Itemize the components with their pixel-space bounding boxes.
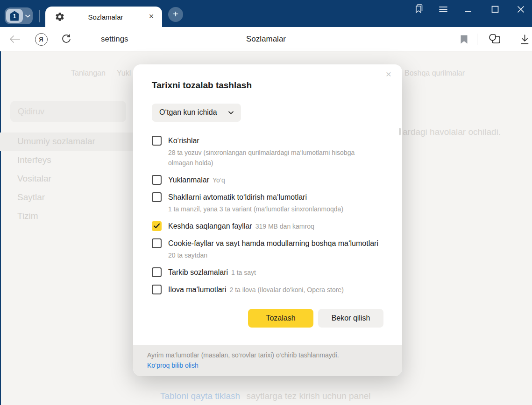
clear-item-cookie[interactable]: Cookie-fayllar va sayt hamda modullarnin…: [152, 238, 383, 260]
address-toolbar: Я Y settings Sozlamalar: [0, 27, 532, 51]
clear-item-label: Ko‘rishlar: [168, 137, 199, 145]
window-close-icon[interactable]: [514, 3, 527, 16]
clear-item-label: Ilova ma‘lumotlari: [168, 286, 226, 293]
yandex-logo-icon[interactable]: Я: [34, 27, 49, 51]
checkbox[interactable]: [152, 285, 162, 294]
chevron-down-icon: [228, 111, 234, 114]
settings-search-input[interactable]: Qidiruv: [10, 101, 126, 122]
clear-item-subtext: 1 ta manzil, yana 3 ta variant (ma‘lumot…: [168, 204, 371, 214]
tab-counter-chip: 1: [6, 9, 23, 23]
dialog-close-icon[interactable]: ×: [383, 68, 395, 80]
sidebar-item-umumiy-sozlamalar[interactable]: Umumiy sozlamalar: [17, 136, 95, 147]
checkbox[interactable]: [152, 221, 162, 231]
omnibox-page-title: Sozlamalar: [0, 27, 532, 51]
bookmark-panels-icon[interactable]: [412, 3, 425, 16]
clear-item-detail: 1 ta sayt: [231, 269, 256, 276]
settings-top-tab-yuklanmalar[interactable]: Yukl: [117, 69, 131, 77]
clear-item-detail: Yo‘q: [213, 176, 225, 184]
dialog-buttons: Tozalash Bekor qilish: [152, 309, 383, 328]
clear-items-list: Ko‘rishlar 28 ta yozuv (sinxronlangan qu…: [152, 136, 383, 295]
period-select[interactable]: O‘tgan kun ichida: [152, 104, 241, 122]
footer-note: Ayrim ma‘lumotlar (masalan, so‘rovlar ta…: [147, 350, 388, 360]
clear-item-kesh[interactable]: Keshda saqlangan fayllar319 MB dan kamro…: [152, 221, 383, 231]
browser-window: 1 Sozlamalar × +: [0, 0, 532, 405]
learn-more-link[interactable]: Ko‘proq bilib olish: [147, 362, 199, 369]
clear-item-subtext: 28 ta yozuv (sinxronlangan qurilmalardag…: [168, 147, 371, 168]
chevron-down-icon[interactable]: [23, 14, 33, 18]
checkbox[interactable]: [152, 238, 162, 248]
dialog-footer: Ayrim ma‘lumotlar (masalan, so‘rovlar ta…: [133, 345, 402, 376]
checkbox[interactable]: [152, 192, 162, 202]
clear-item-label: Cookie-fayllar va sayt hamda modullarnin…: [168, 239, 378, 247]
reset-tableau-link[interactable]: Tabloni qayta tiklash: [160, 391, 240, 401]
collections-icon[interactable]: [486, 27, 503, 51]
sidebar-item-interfeys[interactable]: Interfeys: [17, 155, 51, 165]
toolbar-divider: [477, 34, 477, 45]
window-edge: [0, 51, 1, 405]
tab-strip: 1 Sozlamalar × +: [0, 0, 532, 27]
clear-item-ilova[interactable]: Ilova ma‘lumotlari2 ta ilova (Ilovalar d…: [152, 285, 383, 295]
sidebar-item-saytlar[interactable]: Saytlar: [17, 192, 45, 202]
dialog-scrollbar-thumb[interactable]: [399, 128, 401, 135]
clear-item-shakllar[interactable]: Shakllarni avtomatik to‘ldirish ma‘lumot…: [152, 192, 383, 214]
clear-button[interactable]: Tozalash: [248, 309, 313, 328]
checkbox[interactable]: [152, 136, 162, 146]
clear-item-tarkib[interactable]: Tarkib sozlamalari1 ta sayt: [152, 267, 383, 278]
new-tab-button[interactable]: +: [168, 7, 183, 22]
sidebar-item-tizim[interactable]: Tizim: [17, 211, 38, 221]
address-input[interactable]: settings: [101, 27, 128, 51]
sidebar-item-vositalar[interactable]: Vositalar: [17, 174, 51, 184]
clear-item-label: Shakllarni avtomatik to‘ldirish ma‘lumot…: [168, 193, 307, 201]
menu-icon[interactable]: [437, 3, 450, 16]
bookmark-icon[interactable]: [457, 27, 471, 51]
tab-title: Sozlamalar: [65, 13, 146, 21]
clear-item-label: Yuklanmalar: [168, 176, 209, 184]
clear-item-yuklanmalar[interactable]: YuklanmalarYo‘q: [152, 175, 383, 185]
tabstrip-divider: [39, 10, 40, 22]
yandex-letter: Я: [39, 36, 43, 43]
clear-item-label: Keshda saqlangan fayllar: [168, 222, 252, 230]
clear-item-korishlar[interactable]: Ko‘rishlar 28 ta yozuv (sinxronlangan qu…: [152, 136, 383, 168]
settings-partial-text: ardagi havolalar ochiladi.: [403, 127, 501, 137]
clear-item-subtext: 20 ta saytdan: [168, 250, 371, 260]
gear-icon: [55, 12, 65, 22]
minimize-icon[interactable]: [461, 3, 475, 16]
settings-top-tab-boshqa-qurilmalar[interactable]: Boshqa qurilmalar: [404, 69, 465, 77]
tab-count-badge: 1: [10, 11, 19, 21]
tab-sozlamalar[interactable]: Sozlamalar ×: [45, 7, 162, 27]
clear-item-label: Tarkib sozlamalari: [168, 268, 228, 276]
period-select-value: O‘tgan kun ichida: [159, 108, 217, 117]
tab-close-icon[interactable]: ×: [146, 12, 156, 22]
clear-item-detail: 2 ta ilova (Ilovalar do‘koni, Opera stor…: [229, 286, 343, 293]
clear-history-dialog: × Tarixni tozalab tashlash O‘tgan kun ic…: [133, 64, 402, 376]
maximize-icon[interactable]: [489, 3, 502, 16]
settings-top-tab-tanlangan[interactable]: Tanlangan: [71, 69, 106, 77]
cancel-button[interactable]: Bekor qilish: [318, 309, 383, 328]
download-icon[interactable]: [517, 27, 532, 51]
settings-bottom-row: Tabloni qayta tiklash saytlarga tez kiri…: [160, 391, 371, 401]
clear-item-detail: 319 MB dan kamroq: [255, 223, 314, 230]
reload-icon[interactable]: [59, 27, 74, 51]
reset-tableau-description: saytlarga tez kirish uchun panel: [246, 391, 370, 401]
dialog-title: Tarixni tozalab tashlash: [152, 80, 383, 91]
tab-counter-button[interactable]: 1: [5, 7, 33, 24]
checkbox[interactable]: [152, 175, 162, 185]
back-icon[interactable]: [7, 27, 21, 51]
checkbox[interactable]: [152, 267, 162, 277]
